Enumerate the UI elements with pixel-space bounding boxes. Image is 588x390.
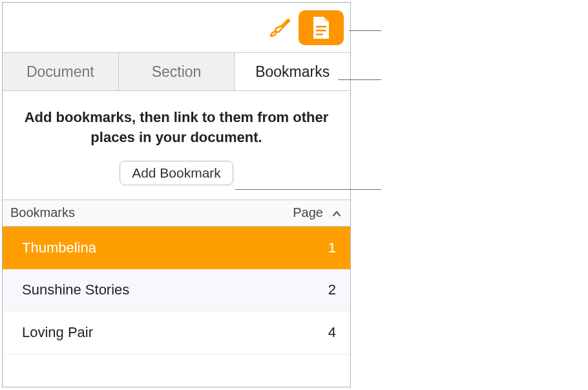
callout-leader [338, 79, 381, 80]
bookmark-row[interactable]: Thumbelina 1 [3, 227, 350, 269]
tab-bar: Document Section Bookmarks [3, 52, 350, 91]
instructions-text: Add bookmarks, then link to them from ot… [3, 91, 350, 161]
tab-section[interactable]: Section [119, 53, 235, 90]
svg-rect-0 [316, 26, 326, 28]
bookmarks-list: Thumbelina 1 Sunshine Stories 2 Loving P… [3, 227, 350, 354]
document-options-button[interactable] [299, 10, 344, 45]
svg-rect-2 [316, 34, 323, 36]
tab-label: Document [26, 63, 94, 81]
bookmark-row[interactable]: Sunshine Stories 2 [3, 269, 350, 312]
column-header-page[interactable]: Page [293, 205, 328, 220]
bookmark-page: 1 [328, 240, 336, 256]
bookmark-name: Sunshine Stories [22, 282, 328, 298]
svg-rect-1 [316, 30, 326, 32]
add-bookmark-row: Add Bookmark [3, 161, 350, 200]
document-sidebar-panel: Document Section Bookmarks Add bookmarks… [2, 2, 351, 387]
bookmark-row[interactable]: Loving Pair 4 [3, 312, 350, 354]
column-header-name[interactable]: Bookmarks [10, 205, 293, 220]
tab-bookmarks[interactable]: Bookmarks [235, 53, 350, 90]
paintbrush-icon[interactable] [268, 15, 292, 40]
sort-ascending-icon[interactable] [332, 205, 341, 220]
bookmarks-list-header[interactable]: Bookmarks Page [3, 200, 350, 227]
bookmark-page: 2 [328, 282, 336, 298]
bookmark-name: Thumbelina [22, 240, 328, 256]
bookmark-page: 4 [328, 324, 336, 341]
callout-leader [235, 189, 381, 190]
tab-document[interactable]: Document [3, 53, 119, 90]
toolbar [3, 3, 350, 52]
bookmark-name: Loving Pair [22, 324, 328, 341]
tab-label: Bookmarks [255, 63, 330, 81]
tab-label: Section [152, 63, 202, 81]
add-bookmark-button[interactable]: Add Bookmark [120, 161, 233, 185]
callout-leader [349, 30, 381, 31]
